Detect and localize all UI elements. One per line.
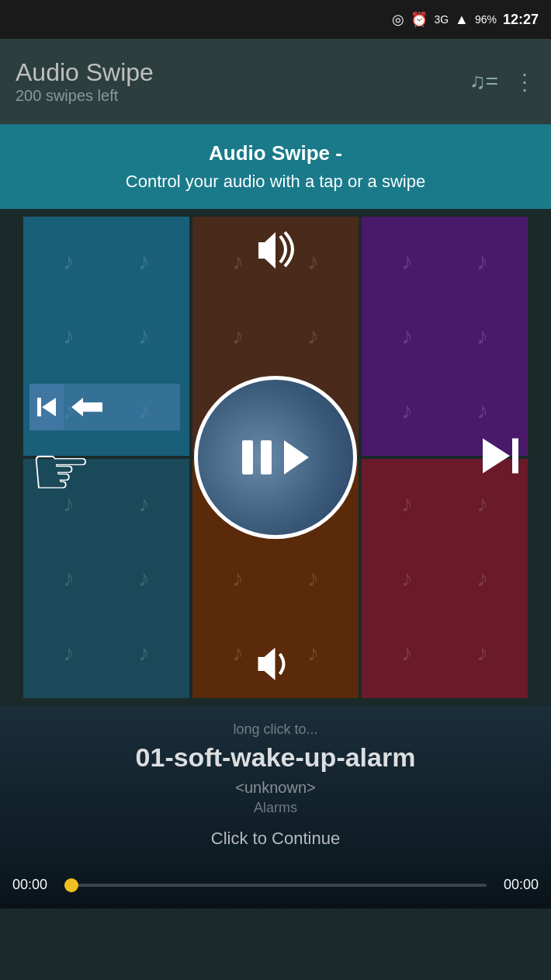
music-note-deco: ♪ [63, 640, 75, 666]
music-note-deco: ♪ [401, 323, 413, 349]
time-total: 00:00 [496, 877, 539, 893]
app-title-section: Audio Swipe 200 swipes left [16, 58, 470, 105]
music-note-deco: ♪ [307, 248, 319, 275]
queue-music-icon[interactable]: ♫= [470, 69, 498, 94]
music-note-deco: ♪ [401, 248, 413, 275]
svg-rect-1 [512, 439, 518, 474]
hand-pointer-icon: ☞ [29, 436, 92, 506]
music-note-deco: ♪ [307, 565, 319, 592]
svg-rect-6 [261, 440, 272, 474]
song-artist: <unknown> [16, 779, 535, 797]
app-bar: Audio Swipe 200 swipes left ♫= ⋮ [0, 39, 551, 124]
skip-back-bar [29, 384, 180, 430]
song-album: Alarms [16, 800, 535, 816]
skip-next-icon[interactable] [479, 435, 522, 481]
svg-marker-0 [483, 439, 510, 474]
music-note-deco: ♪ [476, 323, 488, 349]
status-bar: ◎ ⏰ 3G ▲ 96% 12:27 [0, 0, 551, 39]
volume-down-icon [255, 645, 297, 686]
progress-dot [64, 878, 78, 892]
click-to-continue-button[interactable]: Click to Continue [16, 829, 535, 849]
time-label: 12:27 [503, 12, 539, 28]
music-note-deco: ♪ [401, 565, 413, 592]
grid-cell-br[interactable]: ♪ ♪ ♪ ♪ ♪ ♪ [362, 459, 528, 698]
music-note-deco: ♪ [63, 565, 75, 592]
swipe-gesture: ☞ [29, 384, 180, 506]
music-note-deco: ♪ [63, 248, 75, 275]
app-bar-actions: ♫= ⋮ [470, 69, 535, 95]
intro-title: Audio Swipe - [16, 141, 535, 165]
volume-up-icon [252, 228, 299, 274]
music-note-deco: ♪ [138, 565, 150, 592]
music-note-deco: ♪ [232, 640, 244, 666]
time-current: 00:00 [12, 877, 55, 893]
signal-icon: 3G [434, 13, 449, 26]
intro-banner: Audio Swipe - Control your audio with a … [0, 124, 551, 209]
music-note-deco: ♪ [307, 640, 319, 666]
intro-subtitle: Control your audio with a tap or a swipe [16, 172, 535, 192]
song-label: long click to... [16, 721, 535, 738]
music-note-deco: ♪ [476, 398, 488, 424]
music-note-deco: ♪ [138, 640, 150, 666]
music-note-deco: ♪ [232, 565, 244, 592]
alarm-icon: ⏰ [411, 11, 428, 28]
music-note-deco: ♪ [401, 640, 413, 666]
music-note-deco: ♪ [476, 248, 488, 275]
svg-marker-4 [71, 398, 102, 416]
music-note-deco: ♪ [232, 248, 244, 275]
music-note-deco: ♪ [401, 491, 413, 517]
more-options-icon[interactable]: ⋮ [514, 69, 535, 95]
svg-marker-3 [42, 398, 56, 416]
music-note-deco: ♪ [138, 248, 150, 275]
svg-rect-5 [242, 440, 253, 474]
music-note-deco: ♪ [232, 323, 244, 349]
progress-bar[interactable] [64, 884, 487, 887]
app-subtitle: 200 swipes left [16, 87, 470, 105]
pause-icon [241, 439, 273, 476]
music-note-deco: ♪ [476, 565, 488, 592]
play-icon [282, 439, 310, 476]
grid-cell-tr[interactable]: ♪ ♪ ♪ ♪ ♪ ♪ [362, 217, 528, 456]
music-note-deco: ♪ [307, 323, 319, 349]
svg-rect-2 [37, 398, 41, 416]
music-note-deco: ♪ [476, 491, 488, 517]
play-pause-button[interactable] [194, 376, 357, 539]
bottom-info: long click to... 01-soft-wake-up-alarm <… [0, 706, 551, 869]
music-note-deco: ♪ [138, 323, 150, 349]
music-note-deco: ♪ [401, 398, 413, 424]
target-icon: ◎ [392, 11, 404, 28]
song-title: 01-soft-wake-up-alarm [16, 742, 535, 773]
status-icons: ◎ ⏰ 3G ▲ 96% 12:27 [392, 11, 539, 28]
battery-label: 96% [475, 13, 497, 26]
music-note-deco: ♪ [63, 323, 75, 349]
progress-area: 00:00 00:00 [0, 869, 551, 909]
music-note-deco: ♪ [476, 640, 488, 666]
signal-bars: ▲ [455, 12, 469, 28]
app-title: Audio Swipe [16, 58, 470, 87]
svg-marker-7 [284, 440, 309, 474]
